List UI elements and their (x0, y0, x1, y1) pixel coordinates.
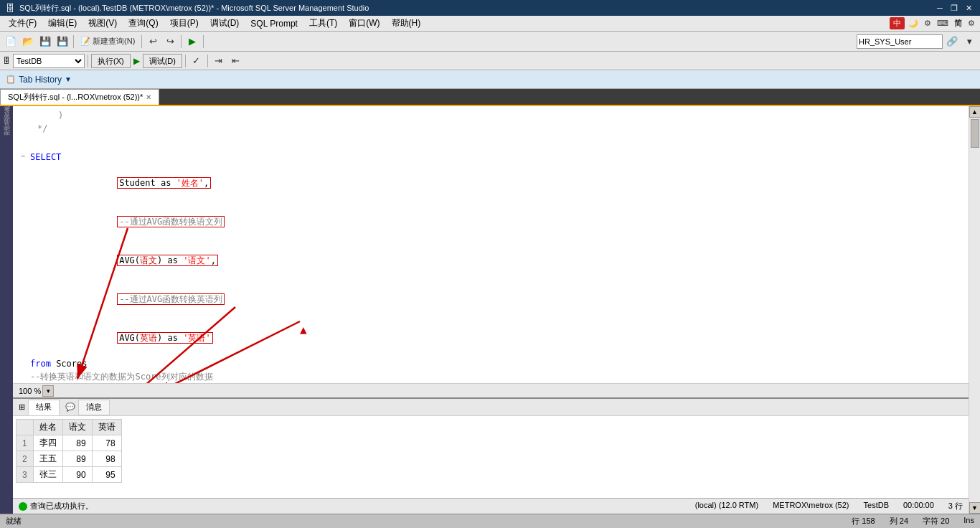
results-grid: 姓名 语文 英语 1 李四 89 78 (13, 416, 969, 498)
tab-label: SQL列转行.sql - (l...ROX\metrox (52))* (8, 92, 143, 103)
tab-history-icon: 📋 (6, 75, 16, 84)
results-area: ⊞ 结果 💬 消息 (13, 397, 969, 498)
title-bar: 🗄 SQL列转行.sql - (local).TestDB (METROX\me… (0, 0, 980, 16)
scroll-track (969, 118, 981, 502)
col-header-yuwen: 语文 (62, 420, 92, 435)
toolbar1: 📄 📂 💾 💾 📝 新建查询(N) ↩ ↪ ▶ 🔗 ▾ (0, 32, 980, 52)
debug-button[interactable]: 调试(D) (143, 54, 182, 68)
new-query-btn[interactable]: 📝 新建查询(N) (77, 34, 138, 50)
messages-icon: 💬 (62, 402, 78, 412)
code-line-1: ) (16, 109, 966, 122)
redo-btn[interactable]: ↪ (162, 34, 178, 50)
annotation-student: Student as '姓名', (117, 177, 211, 189)
data-table: 姓名 语文 英语 1 李四 89 78 (16, 419, 122, 483)
menu-file[interactable]: 文件(F) (3, 16, 42, 31)
annotation-triangle: ▲ (300, 321, 307, 339)
scroll-up-btn[interactable]: ▲ (969, 106, 981, 118)
menu-edit[interactable]: 编辑(E) (42, 16, 83, 31)
messages-tab-label: 消息 (86, 402, 102, 412)
database-select[interactable]: TestDB (13, 54, 85, 68)
open-btn[interactable]: 📂 (20, 34, 36, 50)
right-scrollbar: ▲ ▼ (969, 106, 980, 514)
menu-sqlprompt[interactable]: SQL Prompt (245, 17, 303, 30)
code-line-2: */ (16, 122, 966, 135)
menu-query[interactable]: 查询(Q) (123, 16, 164, 31)
menu-help[interactable]: 帮助(H) (386, 16, 427, 31)
sep3 (181, 35, 182, 48)
bottom-bar: 就绪 行 158 列 24 字符 20 Ins (0, 514, 980, 528)
indent-btn[interactable]: ⇥ (211, 53, 227, 69)
results-tab-messages[interactable]: 消息 (78, 400, 110, 415)
table-header-row: 姓名 语文 英语 (17, 420, 122, 435)
sidebar-label1: 对 (1, 109, 13, 113)
sep2 (141, 35, 142, 48)
minimize-button[interactable]: ─ (934, 2, 946, 14)
code-editor[interactable]: ) */ − SELECT Student as '姓名', (13, 106, 969, 383)
results-tab-results[interactable]: 结果 (28, 400, 60, 415)
sidebar-label2: 象 (1, 115, 13, 119)
menu-window[interactable]: 窗口(W) (343, 16, 385, 31)
close-button[interactable]: ✕ (963, 2, 974, 14)
row-indicator: 行 158 (852, 516, 875, 527)
status-rows: 3 行 (948, 501, 963, 512)
table-row: 3 张三 90 95 (17, 467, 122, 483)
success-indicator (19, 502, 27, 511)
status-duration: 00:00:00 (903, 501, 934, 512)
menu-debug[interactable]: 调试(D) (204, 16, 245, 31)
editor-tab-active[interactable]: SQL列转行.sql - (l...ROX\metrox (52))* ✕ (0, 89, 159, 105)
code-line-blank1 (16, 135, 966, 148)
window-title: SQL列转行.sql - (local).TestDB (METROX\metr… (19, 3, 369, 14)
toolbar2-icon: 🗄 (3, 57, 10, 65)
scroll-thumb[interactable] (971, 119, 979, 148)
status-database: TestDB (864, 501, 889, 512)
check-btn[interactable]: ✓ (189, 53, 204, 69)
settings-icon[interactable]: ⚙ (922, 19, 933, 28)
server-options-btn[interactable]: ▾ (961, 34, 977, 50)
execute-button[interactable]: 执行(X) (91, 54, 131, 68)
row-name-2: 王五 (33, 451, 62, 467)
sidebar-label5: 管 (1, 132, 13, 136)
row-yingyu-3: 95 (92, 467, 121, 483)
server-connect-btn[interactable]: 🔗 (944, 34, 960, 50)
zoom-dropdown-btn[interactable]: ▾ (42, 385, 54, 397)
saveall-btn[interactable]: 💾 (55, 34, 70, 50)
moon-icon[interactable]: 🌙 (906, 19, 920, 28)
status-user: METROX\metrox (52) (773, 501, 849, 512)
row-name-3: 张三 (33, 467, 62, 483)
outdent-btn[interactable]: ⇤ (228, 53, 244, 69)
server-input[interactable] (857, 34, 943, 49)
collapse-icon[interactable]: − (16, 151, 30, 161)
new-btn[interactable]: 📄 (3, 34, 19, 50)
row-yingyu-1: 78 (92, 435, 121, 451)
ready-status: 就绪 (6, 516, 22, 527)
sidebar-label4: 源 (1, 126, 13, 131)
keyboard-icon[interactable]: ⌨ (935, 19, 951, 28)
undo-btn[interactable]: ↩ (145, 34, 161, 50)
col-header-yingyu: 英语 (92, 420, 121, 435)
menu-tools[interactable]: 工具(T) (303, 16, 343, 31)
code-line-avg-yingyu: AVG(英语) as '英语' (16, 319, 966, 357)
row-yuwen-2: 89 (62, 451, 92, 467)
sidebar-label6: 理 (1, 138, 13, 142)
run-btn[interactable]: ▶ (184, 34, 200, 50)
code-line-select: − SELECT (16, 151, 966, 164)
status-left: 查询已成功执行。 (19, 501, 93, 512)
row-yuwen-3: 90 (62, 467, 92, 483)
status-server: (local) (12.0 RTM) (695, 501, 758, 512)
tab-close-button[interactable]: ✕ (146, 93, 151, 101)
status-message: 查询已成功执行。 (30, 501, 93, 512)
code-line-from: from Scores (16, 357, 966, 370)
menu-view[interactable]: 视图(V) (83, 16, 123, 31)
save-btn[interactable]: 💾 (37, 34, 53, 50)
row-yuwen-1: 89 (62, 435, 92, 451)
gear2-icon[interactable]: ⚙ (966, 19, 977, 28)
restore-button[interactable]: ❐ (948, 2, 960, 14)
language-simplified-icon[interactable]: 简 (952, 18, 964, 29)
menu-project[interactable]: 项目(P) (164, 16, 204, 31)
row-num-1: 1 (17, 435, 34, 451)
scroll-down-btn[interactable]: ▼ (969, 502, 981, 514)
tab-history-bar: 📋 Tab History ▼ (0, 70, 980, 89)
col-header-0 (17, 420, 34, 435)
input-method-icon[interactable]: 中 (890, 17, 905, 29)
insert-mode: Ins (963, 516, 974, 527)
